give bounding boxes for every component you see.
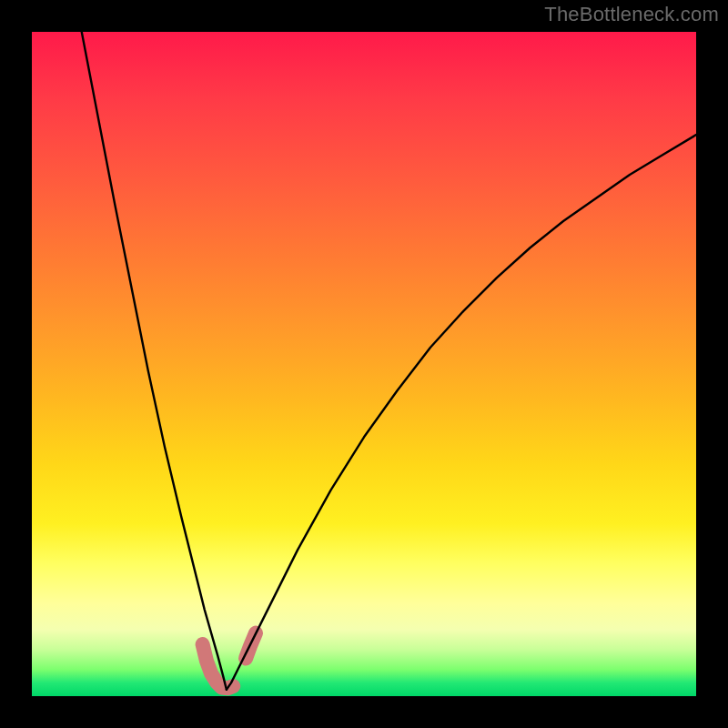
app-frame: TheBottleneck.com	[0, 0, 728, 728]
curve-right-branch	[227, 135, 696, 690]
highlight-group	[203, 633, 256, 689]
curve-group	[82, 32, 696, 690]
watermark-text: TheBottleneck.com	[544, 3, 719, 26]
curve-left-branch	[82, 32, 227, 690]
chart-area	[32, 32, 696, 696]
chart-curves	[32, 32, 696, 696]
highlight-highlight-left	[203, 644, 234, 688]
